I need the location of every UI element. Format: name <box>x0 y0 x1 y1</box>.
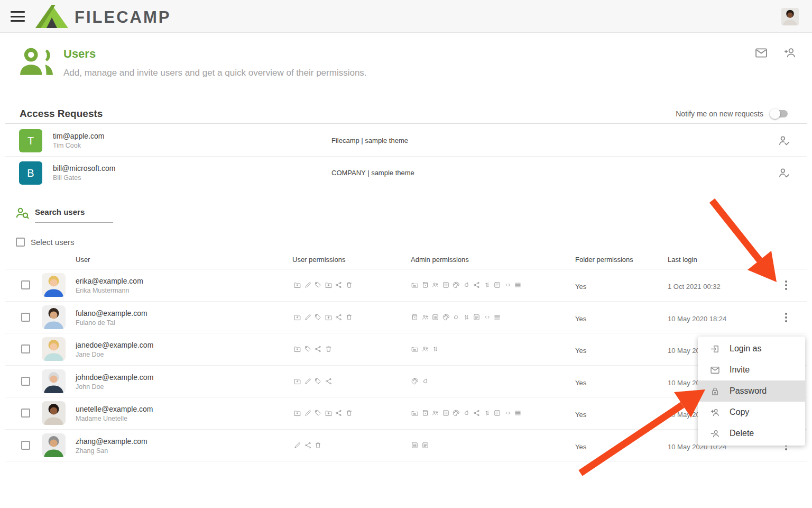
media-icon <box>411 409 419 417</box>
doc-icon <box>493 409 501 417</box>
folder-add-icon <box>325 313 333 321</box>
approve-user-icon[interactable] <box>777 134 791 148</box>
label-icon <box>314 409 322 417</box>
user-permissions-icons <box>293 377 333 385</box>
account-avatar[interactable] <box>781 8 799 25</box>
select-users-checkbox[interactable] <box>16 238 25 247</box>
search-input[interactable]: Search users <box>35 205 113 223</box>
share-icon <box>335 409 343 417</box>
menu-item-invite[interactable]: Invite <box>698 359 805 380</box>
edit-icon <box>304 377 312 385</box>
request-email: tim@apple.com <box>53 132 104 140</box>
folder-permissions-value: Yes <box>575 379 586 387</box>
user-permissions-icons <box>293 441 322 449</box>
user-permissions-icons <box>293 409 353 417</box>
ink-icon <box>463 281 470 289</box>
row-checkbox[interactable] <box>21 377 30 386</box>
avatar-image <box>42 369 66 393</box>
users-icon <box>431 409 439 417</box>
users-page-icon <box>18 43 55 83</box>
doc-icon <box>473 313 481 321</box>
user-table-row: johndoe@example.com John Doe Yes 10 May … <box>5 366 807 398</box>
avatar-image <box>781 8 799 25</box>
request-theme: Filecamp | sample theme <box>331 137 408 144</box>
edit-icon <box>293 441 301 449</box>
request-theme: COMPANY | sample theme <box>331 169 414 177</box>
menu-item-login-as[interactable]: Login as <box>698 338 805 359</box>
user-table-row: fulano@example.com Fulano de Tal Yes 10 … <box>5 302 807 334</box>
user-permissions-icons <box>293 281 353 289</box>
menu-item-label: Copy <box>730 407 749 417</box>
user-table-row: zhang@example.com Zhang San Yes 10 May 2… <box>5 430 807 462</box>
menu-item-label: Login as <box>730 344 762 353</box>
row-checkbox[interactable] <box>21 280 30 289</box>
notify-toggle-label: Notify me on new requests <box>676 110 763 118</box>
column-header-user-permissions: User permissions <box>292 256 345 264</box>
share-icon <box>335 281 343 289</box>
row-actions-kebab[interactable] <box>781 312 791 323</box>
folder-permissions-value: Yes <box>575 411 586 419</box>
avatar-image <box>42 433 66 457</box>
row-actions-kebab[interactable] <box>781 279 791 291</box>
sort-icon <box>483 409 491 417</box>
menu-item-delete[interactable]: Delete <box>698 423 805 444</box>
search-users-icon <box>14 205 31 222</box>
delete-icon <box>345 281 353 289</box>
filecamp-logo: FILECAMP <box>35 5 171 28</box>
user-table-row: unetelle@example.com Madame Unetelle Yes… <box>5 397 807 430</box>
ink-icon <box>452 313 460 321</box>
palette-icon <box>452 409 460 417</box>
last-login-value: 1 Oct 2021 00:32 <box>668 283 721 291</box>
menu-item-label: Password <box>730 386 767 396</box>
row-checkbox[interactable] <box>21 441 30 450</box>
users-icon <box>421 345 429 353</box>
folder-icon <box>293 313 301 321</box>
label-icon <box>314 313 322 321</box>
palette-icon <box>452 281 460 289</box>
admin-permissions-icons <box>411 313 501 321</box>
user-name: Madame Unetelle <box>76 415 127 422</box>
request-name: Tim Cook <box>53 142 81 149</box>
select-users-label: Select users <box>31 238 75 247</box>
palette-icon <box>442 313 450 321</box>
row-checkbox[interactable] <box>21 409 30 418</box>
list-icon <box>442 409 450 417</box>
code-icon <box>504 281 512 289</box>
add-user-icon[interactable] <box>782 46 797 60</box>
media-icon <box>411 281 419 289</box>
row-checkbox[interactable] <box>21 313 30 322</box>
share-icon <box>335 313 343 321</box>
last-login-value: 10 May 20 <box>668 347 700 355</box>
ink-icon <box>421 377 429 385</box>
folder-icon <box>293 345 301 353</box>
user-name: Jane Doe <box>76 351 104 358</box>
row-checkbox[interactable] <box>21 344 30 353</box>
user-email: janedoe@example.com <box>76 341 153 349</box>
folder-permissions-value: Yes <box>575 283 586 291</box>
archive-icon <box>421 281 429 289</box>
label-icon <box>314 377 322 385</box>
avatar-image <box>42 305 66 329</box>
approve-user-icon[interactable] <box>777 166 791 180</box>
avatar-image <box>42 273 66 297</box>
menu-item-label: Invite <box>730 365 750 375</box>
sort-icon <box>463 313 470 321</box>
list-icon <box>411 441 419 449</box>
column-header-user: User <box>76 256 90 264</box>
menu-item-password[interactable]: Password <box>698 380 805 402</box>
admin-permissions-icons <box>411 345 439 353</box>
folder-permissions-value: Yes <box>575 315 586 323</box>
menu-item-copy[interactable]: Copy <box>698 402 805 423</box>
edit-icon <box>304 313 312 321</box>
edit-icon <box>304 409 312 417</box>
folder-icon <box>293 377 301 385</box>
column-header-last-login: Last login <box>668 256 697 264</box>
user-table-row: janedoe@example.com Jane Doe Yes 10 May … <box>5 333 807 366</box>
hamburger-menu-icon[interactable] <box>11 11 25 22</box>
folder-add-icon <box>325 281 333 289</box>
invite-mail-icon[interactable] <box>754 46 769 60</box>
sort-icon <box>483 281 491 289</box>
access-request-row: T tim@apple.com Tim Cook Filecamp | samp… <box>5 125 807 157</box>
notify-toggle[interactable] <box>770 108 789 119</box>
code-icon <box>483 313 491 321</box>
